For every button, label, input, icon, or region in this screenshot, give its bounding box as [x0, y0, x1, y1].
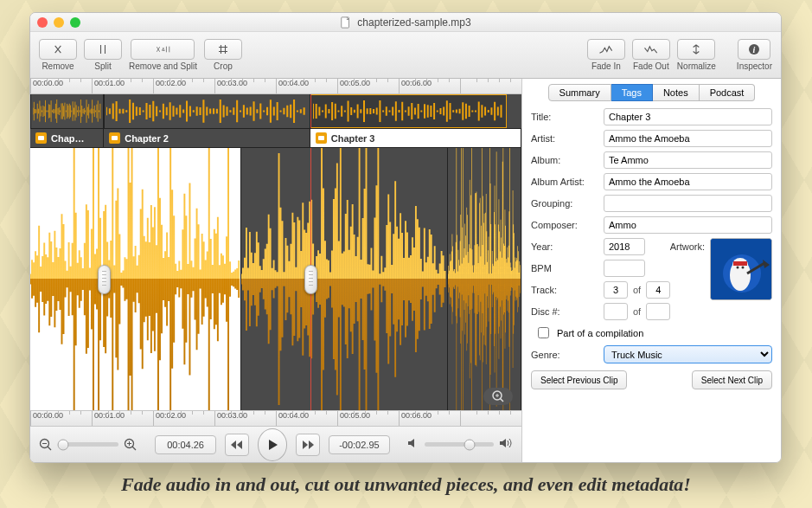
waveform-clip[interactable]: [241, 148, 448, 410]
zoom-in-icon[interactable]: [124, 438, 137, 452]
time-current: 00:04.26: [155, 435, 216, 454]
ruler-tick: 00:06.00: [399, 411, 460, 426]
inspector-button[interactable]: i Inspector: [737, 39, 772, 71]
album-artist-field[interactable]: [604, 173, 772, 190]
select-next-clip-button[interactable]: Select Next Clip: [692, 370, 772, 389]
volume-high-icon: [499, 438, 513, 451]
compilation-label: Part of a compilation: [557, 328, 643, 338]
time-remaining: -00:02.95: [329, 435, 390, 454]
year-label: Year:: [531, 241, 598, 252]
waveform-clip[interactable]: [448, 148, 521, 410]
year-field[interactable]: [604, 238, 645, 255]
remove-and-split-button[interactable]: & Remove and Split: [129, 39, 197, 71]
clip-split-handle[interactable]: [304, 265, 317, 294]
svg-marker-16: [231, 440, 236, 449]
overview-segment[interactable]: [104, 94, 310, 128]
track-of-label: of: [633, 285, 641, 295]
title-field[interactable]: [604, 108, 772, 125]
compilation-checkbox[interactable]: [538, 327, 549, 338]
track-num-field[interactable]: [604, 281, 628, 299]
ruler-tick: 00:01.00: [92, 411, 153, 426]
overview-segment[interactable]: [30, 94, 104, 128]
fade-in-button[interactable]: Fade In: [587, 39, 625, 71]
ruler-tick: 00:04.00: [276, 411, 337, 426]
genre-select[interactable]: Truck Music: [604, 345, 772, 363]
inspector-panel: SummaryTagsNotesPodcast Title: Artist: A…: [521, 79, 781, 462]
disc-total-field[interactable]: [646, 303, 670, 320]
album-label: Album:: [531, 155, 598, 165]
title-label: Title:: [531, 112, 598, 122]
fade-out-button[interactable]: Fade Out: [632, 39, 670, 71]
waveform-clip[interactable]: [30, 148, 241, 410]
tab-summary[interactable]: Summary: [548, 84, 611, 101]
tab-podcast[interactable]: Podcast: [700, 84, 756, 101]
transport-bar: 00:04.26 -00:02.95: [30, 426, 521, 462]
chapter-tag-icon: [35, 132, 47, 144]
time-ruler-bottom[interactable]: 00:00.0000:01.0000:02.0000:03.0000:04.00…: [30, 410, 521, 426]
grouping-label: Grouping:: [531, 198, 598, 209]
chapter-tab[interactable]: Chapter 3: [310, 129, 521, 147]
ruler-tick: 00:02.00: [153, 79, 214, 93]
normalize-button[interactable]: Normalize: [677, 39, 716, 71]
split-button[interactable]: Split: [84, 39, 122, 71]
ruler-tick: 00:04.00: [276, 79, 337, 93]
zoom-slider[interactable]: [58, 442, 118, 447]
ruler-tick: 00:01.00: [92, 79, 153, 93]
app-window: chapterized-sample.mp3 Remove Split & Re…: [29, 12, 782, 463]
volume-slider[interactable]: [425, 442, 494, 447]
disc-num-field[interactable]: [604, 303, 628, 320]
ruler-tick: 00:03.00: [214, 79, 276, 93]
chapter-tab[interactable]: Chap…: [30, 129, 104, 147]
editor-pane: 00:00.0000:01.0000:02.0000:03.0000:04.00…: [30, 79, 521, 462]
volume-low-icon: [407, 438, 419, 451]
artist-field[interactable]: [604, 130, 772, 147]
svg-marker-19: [309, 440, 314, 449]
chapter-label: Chapter 2: [125, 133, 169, 144]
zoom-window-button[interactable]: [70, 17, 80, 28]
ruler-tick: 00:03.00: [214, 411, 276, 426]
zoom-to-fit-button[interactable]: [483, 388, 513, 405]
close-window-button[interactable]: [37, 17, 48, 28]
crop-button[interactable]: Crop: [204, 39, 242, 71]
track-total-field[interactable]: [646, 281, 670, 299]
disc-label: Disc #:: [531, 306, 598, 317]
chapter-tab[interactable]: Chapter 2: [104, 129, 310, 147]
svg-text:i: i: [753, 45, 756, 55]
play-button[interactable]: [258, 428, 288, 461]
select-previous-clip-button[interactable]: Select Previous Clip: [531, 370, 627, 389]
ruler-tick: 00:06.00: [399, 79, 460, 93]
overview-segment[interactable]: [310, 94, 507, 128]
time-ruler-top[interactable]: 00:00.0000:01.0000:02.0000:03.0000:04.00…: [30, 79, 521, 94]
window-title: chapterized-sample.mp3: [357, 16, 470, 29]
toolbar: Remove Split & Remove and Split Crop Fad…: [30, 32, 781, 79]
minimize-window-button[interactable]: [54, 17, 64, 28]
album-field[interactable]: [604, 151, 772, 169]
zoom-out-icon[interactable]: [39, 438, 53, 452]
album-artist-label: Album Artist:: [531, 177, 598, 187]
playhead-overview[interactable]: [310, 94, 311, 128]
ruler-tick: 00:02.00: [153, 411, 214, 426]
svg-line-5: [501, 399, 504, 402]
ruler-tick: 00:00.00: [30, 411, 92, 426]
composer-field[interactable]: [604, 216, 772, 234]
svg-marker-18: [303, 440, 308, 449]
grouping-field[interactable]: [604, 195, 772, 212]
overview-track[interactable]: [30, 94, 521, 129]
svg-point-28: [742, 267, 745, 269]
clip-split-handle[interactable]: [98, 265, 111, 294]
tab-tags[interactable]: Tags: [611, 84, 653, 101]
waveform-area[interactable]: [30, 148, 521, 410]
ruler-tick: [460, 79, 521, 93]
forward-button[interactable]: [296, 434, 319, 456]
marketing-caption: Fade audio in and out, cut out unwanted …: [0, 473, 812, 496]
remove-button[interactable]: Remove: [39, 39, 77, 71]
artist-label: Artist:: [531, 133, 598, 144]
chapter-bar: Chap…Chapter 2Chapter 3: [30, 129, 521, 148]
bpm-field[interactable]: [604, 260, 645, 277]
tab-notes[interactable]: Notes: [653, 84, 700, 101]
rewind-button[interactable]: [225, 434, 248, 456]
chapter-tag-icon: [316, 132, 327, 144]
artwork-label: Artwork:: [670, 241, 705, 252]
artwork-well[interactable]: [710, 238, 772, 300]
ruler-tick: [460, 411, 521, 426]
